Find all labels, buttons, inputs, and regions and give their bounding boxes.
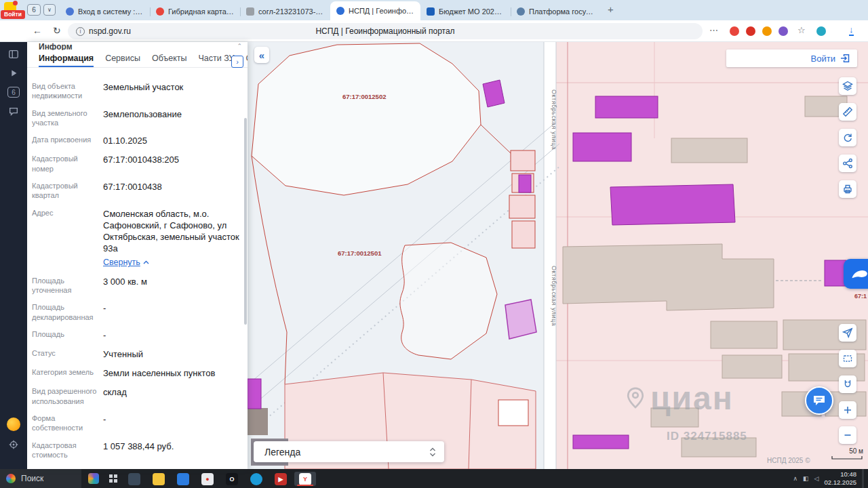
assistant-icon[interactable] [778, 26, 788, 36]
field-row: Площадь декларированная- [32, 302, 239, 322]
panel-scroll-up-icon[interactable]: ⌃ [237, 43, 242, 49]
show-desktop-button[interactable] [862, 469, 864, 488]
address-page-title: НСПД | Геоинформационный портал [68, 26, 703, 36]
pin-icon [626, 386, 645, 411]
app-icon[interactable] [250, 473, 262, 485]
legend-label: Легенда [264, 447, 300, 458]
tab-favicon [66, 7, 74, 16]
field-row: Форма собственности- [32, 413, 239, 433]
field-row: Кадастровый номер67:17:0010438:205 [32, 154, 239, 174]
panel-tabs-more-button[interactable]: › [231, 56, 243, 68]
tab-parcel-parts[interactable]: Части ЗУ [198, 54, 234, 67]
quartal-label: 67:17:0012502 [342, 93, 386, 100]
tab-information[interactable]: Информация [39, 54, 94, 67]
clock-time: 10:48 [824, 470, 856, 479]
app-icon[interactable]: ▶ [275, 473, 287, 485]
scale-label: 50 м [849, 447, 863, 455]
panel-collapse-button[interactable]: « [254, 47, 269, 63]
task-view-icon[interactable] [108, 474, 118, 483]
panels-icon[interactable] [8, 49, 19, 60]
new-tab-button[interactable]: + [608, 3, 614, 15]
snap-button[interactable] [839, 375, 856, 393]
zoom-out-button[interactable] [839, 426, 856, 444]
app-icon[interactable]: ● [201, 473, 214, 485]
watermark: циан [626, 380, 734, 417]
map-login-bar[interactable]: Войти [726, 49, 857, 67]
app-icon[interactable] [177, 473, 189, 485]
tab-strip: Вход в систему :: Имуще… Гибридная карта… [60, 0, 601, 20]
tab-objects[interactable]: Объекты [152, 54, 187, 67]
video-icon[interactable] [8, 68, 19, 79]
bookmark-star-icon[interactable]: ☆ [797, 25, 806, 35]
login-label: Войти [811, 54, 835, 64]
network-icon[interactable]: ◧ [803, 475, 809, 482]
magnet-icon [842, 379, 853, 390]
legend-bar[interactable]: Легенда [254, 441, 444, 462]
sidebar-tab-counter[interactable]: 6 [7, 87, 20, 98]
settings-gear-icon[interactable] [8, 439, 19, 450]
feedback-button[interactable] [844, 259, 868, 289]
tab-composition[interactable]: Соста [246, 54, 248, 67]
widgets-icon[interactable] [88, 473, 99, 484]
map-area[interactable]: 67:17:0012502 67:17:0012501 67:1 Октябрь… [248, 42, 868, 469]
zoom-in-button[interactable] [839, 401, 856, 419]
downloads-icon[interactable]: ↓ [849, 25, 854, 36]
browser-tab[interactable]: Гибридная карта Сафоно… [150, 3, 240, 20]
address-bar[interactable]: i nspd.gov.ru НСПД | Геоинформационный п… [68, 23, 703, 39]
chat-icon[interactable] [8, 106, 19, 117]
extension-icon[interactable] [746, 26, 755, 36]
browser-tab[interactable]: Платформа государстве… [511, 3, 601, 20]
refresh-extent-button[interactable] [839, 129, 856, 146]
expand-collapse-icon [429, 447, 436, 458]
taskbar-search[interactable]: Поиск [0, 469, 81, 488]
collapse-link[interactable]: Свернуть [103, 257, 149, 268]
taskbar-clock[interactable]: 10:48 02.12.2025 [824, 470, 856, 487]
map-canvas[interactable]: 67:17:0012502 67:17:0012501 67:1 Октябрь… [248, 42, 868, 469]
layers-icon [842, 81, 853, 92]
extension-icon[interactable] [816, 26, 826, 36]
panel-scrollbar[interactable] [244, 118, 247, 325]
field-row: Дата присвоения01.10.2025 [32, 135, 239, 146]
object-info-panel: Информ ⌃ Информация Сервисы Объекты Част… [27, 42, 248, 469]
tab-favicon [517, 7, 525, 16]
tab-services[interactable]: Сервисы [105, 54, 140, 67]
tray-expand-icon[interactable]: ∧ [793, 475, 797, 482]
share-icon [842, 158, 853, 169]
app-icon[interactable] [128, 473, 140, 485]
clock-date: 02.12.2025 [824, 479, 856, 487]
map-copyright: НСПД 2025 © [767, 457, 810, 464]
tab-counter[interactable]: 6 [27, 4, 41, 16]
extension-icon[interactable] [762, 26, 772, 36]
app-icon[interactable]: O [226, 473, 238, 485]
browser-tabbar: Войти 6 ∨ Вход в систему :: Имуще… Гибри… [0, 0, 868, 20]
locate-button[interactable] [839, 324, 856, 342]
toolbar-menu-icon[interactable]: ⋯ [709, 25, 718, 35]
yandex-browser-icon[interactable]: Y [299, 473, 311, 485]
system-tray: ∧ ◧ ◁ 10:48 02.12.2025 [793, 469, 868, 488]
browser-tab-active[interactable]: НСПД | Геоинформац… [330, 1, 420, 20]
alice-icon[interactable] [7, 418, 20, 431]
print-button[interactable] [839, 180, 856, 198]
field-row: Категория земельЗемли населенных пунктов [32, 367, 239, 379]
field-row: Вид объекта недвижимостиЗемельный участо… [32, 81, 239, 101]
browser-login-badge[interactable]: Войти [1, 10, 25, 19]
browser-tab[interactable]: Бюджет МО 2025 24.2.28… [420, 3, 511, 20]
back-button[interactable]: ← [33, 25, 42, 36]
folder-icon[interactable] [153, 473, 165, 485]
browser-toolbar: ← ↻ i nspd.gov.ru НСПД | Геоинформационн… [0, 20, 868, 42]
select-extent-button[interactable] [839, 350, 856, 367]
street-name-label: Октябрьская улица [551, 89, 557, 150]
site-info-icon[interactable]: i [76, 27, 85, 36]
browser-tab[interactable]: согл-213231073-1 от 02.1… [240, 3, 330, 20]
selected-parcel[interactable] [505, 300, 536, 339]
share-button[interactable] [839, 155, 856, 172]
support-chat-button[interactable] [805, 386, 833, 415]
tab-list-dropdown[interactable]: ∨ [43, 4, 56, 16]
browser-tab[interactable]: Вход в систему :: Имуще… [60, 3, 150, 20]
scale-line [831, 455, 863, 460]
volume-icon[interactable]: ◁ [814, 475, 819, 482]
refresh-button[interactable]: ↻ [53, 25, 61, 36]
extension-icon[interactable] [730, 26, 739, 36]
ruler-button[interactable] [839, 103, 856, 121]
layers-button[interactable] [839, 77, 856, 95]
